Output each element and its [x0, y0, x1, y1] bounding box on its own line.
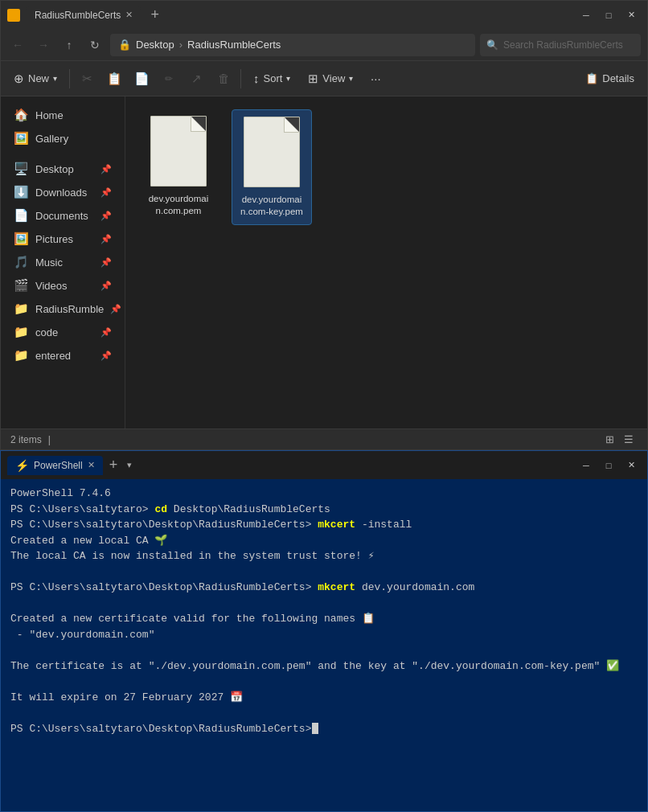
- code-icon: 📁: [14, 325, 29, 339]
- new-label: New: [28, 72, 49, 84]
- powershell-new-tab-button[interactable]: +: [109, 457, 118, 474]
- sort-button[interactable]: ↕ Sort ▾: [245, 66, 298, 92]
- explorer-close-button[interactable]: ✕: [621, 8, 641, 23]
- explorer-window-controls: ─ □ ✕: [576, 8, 641, 23]
- file-name-pem: dev.yourdomain.com.pem: [145, 193, 212, 217]
- pictures-pin-icon: 📌: [100, 234, 112, 244]
- home-icon: 🏠: [14, 108, 29, 122]
- delete-button[interactable]: 🗑: [211, 66, 236, 92]
- videos-pin-icon: 📌: [100, 281, 112, 291]
- sidebar-item-documents[interactable]: 📄 Documents 📌: [4, 204, 121, 227]
- explorer-window: RadiusRumbleCerts ✕ + ─ □ ✕ ← → ↑ ↻ 🔒 De…: [0, 0, 648, 450]
- toolbar-right: 📋 Details: [577, 66, 642, 92]
- explorer-maximize-button[interactable]: □: [599, 8, 618, 23]
- file-name-key-pem: dev.yourdomain.com-key.pem: [239, 194, 305, 218]
- explorer-new-tab-button[interactable]: +: [147, 6, 162, 23]
- forward-button[interactable]: →: [33, 35, 54, 55]
- entered-pin-icon: 📌: [100, 351, 112, 361]
- view-label: View: [322, 72, 345, 84]
- path-security-icon: 🔒: [118, 39, 131, 51]
- more-options-button[interactable]: ···: [363, 66, 388, 92]
- path-desktop[interactable]: Desktop: [136, 39, 174, 51]
- radiusrumble-pin-icon: 📌: [110, 304, 121, 314]
- new-button[interactable]: ⊕ New ▾: [6, 66, 65, 92]
- copy-button[interactable]: 📋: [101, 66, 127, 92]
- documents-icon: 📄: [14, 208, 29, 223]
- rename-button[interactable]: ✏: [156, 66, 182, 92]
- explorer-minimize-button[interactable]: ─: [576, 8, 596, 23]
- music-icon: 🎵: [14, 255, 29, 269]
- sidebar-item-downloads[interactable]: ⬇️ Downloads 📌: [4, 181, 121, 203]
- entered-icon: 📁: [14, 348, 29, 363]
- sidebar-item-music[interactable]: 🎵 Music 📌: [4, 251, 121, 273]
- details-label: Details: [602, 72, 634, 84]
- terminal-cursor: [312, 723, 318, 734]
- terminal-line-4: The local CA is now installed in the sys…: [10, 548, 638, 564]
- terminal-line-8: The certificate is at "./dev.yourdomain.…: [10, 658, 638, 675]
- terminal-line-3: Created a new local CA 🌱: [10, 533, 638, 549]
- powershell-tab-dropdown[interactable]: ▾: [124, 460, 135, 470]
- sidebar-label-videos: Videos: [35, 280, 68, 292]
- path-radiusrumblecerts[interactable]: RadiusRumbleCerts: [187, 39, 281, 51]
- documents-pin-icon: 📌: [100, 211, 112, 221]
- music-pin-icon: 📌: [100, 257, 112, 268]
- back-button[interactable]: ←: [7, 35, 28, 55]
- sidebar-label-home: Home: [35, 109, 64, 121]
- powershell-window-controls: ─ □ ✕: [576, 458, 641, 473]
- explorer-tab-label: RadiusRumbleCerts: [35, 10, 121, 21]
- explorer-tab-close[interactable]: ✕: [125, 10, 133, 20]
- up-button[interactable]: ↑: [59, 35, 80, 55]
- desktop-pin-icon: 📌: [100, 164, 112, 174]
- files-area: dev.yourdomain.com.pem dev.yourdomain.co…: [125, 96, 647, 429]
- sidebar-item-radiusrumble[interactable]: 📁 RadiusRumble 📌: [4, 297, 121, 320]
- search-bar[interactable]: 🔍 Search RadiusRumbleCerts: [480, 34, 641, 56]
- explorer-status-bar: 2 items | ⊞ ☰: [1, 429, 647, 449]
- powershell-icon: ⚡: [15, 459, 29, 472]
- ps-close-button[interactable]: ✕: [621, 458, 641, 473]
- sidebar-label-gallery: Gallery: [35, 133, 68, 145]
- explorer-title-bar: RadiusRumbleCerts ✕ + ─ □ ✕: [1, 1, 647, 29]
- address-path[interactable]: 🔒 Desktop › RadiusRumbleCerts: [110, 34, 475, 56]
- new-icon: ⊕: [14, 72, 24, 86]
- ps-maximize-button[interactable]: □: [599, 458, 618, 473]
- terminal-version: PowerShell 7.4.6: [10, 486, 638, 502]
- sidebar: 🏠 Home 🖼️ Gallery 🖥️ Desktop 📌 ⬇️ Downlo…: [1, 96, 125, 429]
- item-count: 2 items: [10, 434, 42, 445]
- ps-minimize-button[interactable]: ─: [576, 458, 596, 473]
- sidebar-item-code[interactable]: 📁 code 📌: [4, 321, 121, 343]
- view-button[interactable]: ⊞ View ▾: [300, 66, 361, 92]
- sidebar-item-gallery[interactable]: 🖼️ Gallery: [4, 127, 121, 150]
- desktop-icon: 🖥️: [14, 162, 29, 176]
- cut-button[interactable]: ✂: [74, 66, 100, 92]
- explorer-tab[interactable]: RadiusRumbleCerts ✕: [27, 6, 141, 24]
- sort-label: Sort: [264, 72, 283, 84]
- sidebar-label-music: Music: [35, 256, 63, 269]
- content-area: 🏠 Home 🖼️ Gallery 🖥️ Desktop 📌 ⬇️ Downlo…: [1, 96, 647, 429]
- toolbar-separator-1: [69, 69, 70, 88]
- sidebar-item-pictures[interactable]: 🖼️ Pictures 📌: [4, 228, 121, 250]
- details-button[interactable]: 📋 Details: [577, 66, 642, 92]
- downloads-icon: ⬇️: [14, 185, 29, 199]
- sidebar-item-entered[interactable]: 📁 entered 📌: [4, 344, 121, 367]
- status-divider: |: [48, 434, 51, 445]
- paste-button[interactable]: 📄: [129, 66, 154, 92]
- grid-view-button[interactable]: ⊞: [601, 431, 618, 449]
- share-button[interactable]: ↗: [183, 66, 209, 92]
- sidebar-label-radiusrumble: RadiusRumble: [35, 303, 104, 315]
- sidebar-item-desktop[interactable]: 🖥️ Desktop 📌: [4, 158, 121, 180]
- file-item-key-pem[interactable]: dev.yourdomain.com-key.pem: [232, 109, 312, 225]
- sidebar-item-home[interactable]: 🏠 Home: [4, 104, 121, 126]
- powershell-window: ⚡ PowerShell ✕ + ▾ ─ □ ✕ PowerShell 7.4.…: [0, 450, 648, 812]
- powershell-tab-close[interactable]: ✕: [88, 460, 95, 470]
- terminal-content[interactable]: PowerShell 7.4.6 PS C:\Users\saltytaro> …: [1, 479, 647, 811]
- videos-icon: 🎬: [14, 278, 29, 293]
- powershell-tab[interactable]: ⚡ PowerShell ✕: [7, 456, 103, 475]
- powershell-title-bar: ⚡ PowerShell ✕ + ▾ ─ □ ✕: [1, 451, 647, 479]
- view-dropdown-icon: ▾: [349, 74, 353, 83]
- sidebar-item-videos[interactable]: 🎬 Videos 📌: [4, 274, 121, 297]
- terminal-line-1: PS C:\Users\saltytaro> cd Desktop\Radius…: [10, 502, 638, 518]
- refresh-button[interactable]: ↻: [84, 35, 105, 55]
- list-view-button[interactable]: ☰: [620, 431, 638, 449]
- file-item-pem[interactable]: dev.yourdomain.com.pem: [138, 109, 219, 224]
- sidebar-label-desktop: Desktop: [35, 163, 74, 175]
